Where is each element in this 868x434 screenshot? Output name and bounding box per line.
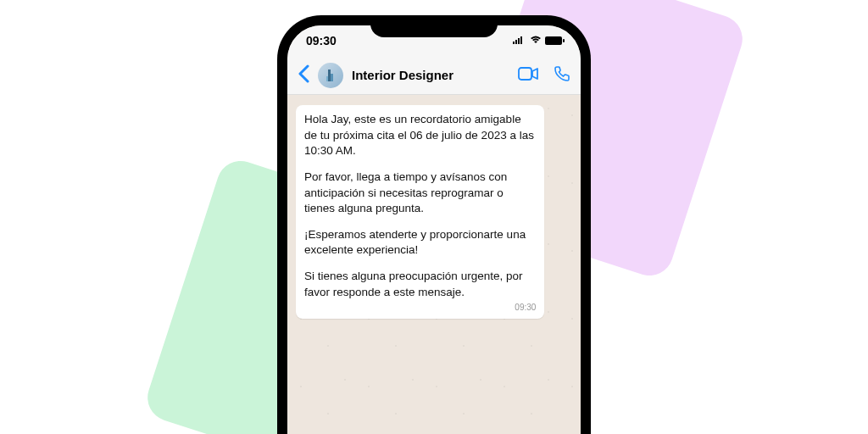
incoming-message-bubble[interactable]: Hola Jay, este es un recordatorio amigab… xyxy=(296,105,544,319)
svg-rect-1 xyxy=(515,40,517,44)
voice-call-icon[interactable] xyxy=(554,65,570,86)
message-paragraph: Por favor, llega a tiempo y avísanos con… xyxy=(304,170,536,217)
svg-rect-2 xyxy=(518,38,520,44)
phone-notch xyxy=(370,15,498,37)
svg-rect-6 xyxy=(326,76,328,81)
signal-icon xyxy=(513,35,526,47)
svg-rect-0 xyxy=(513,42,515,44)
video-call-icon[interactable] xyxy=(518,67,538,84)
message-paragraph: Hola Jay, este es un recordatorio amigab… xyxy=(304,112,536,159)
svg-rect-3 xyxy=(520,36,522,44)
chat-header: Interior Designer xyxy=(287,56,581,95)
back-icon[interactable] xyxy=(298,64,309,86)
wifi-icon xyxy=(530,35,542,47)
statusbar-icons xyxy=(513,35,562,47)
svg-rect-4 xyxy=(328,70,331,81)
header-actions xyxy=(518,65,570,86)
statusbar-time: 09:30 xyxy=(306,34,337,47)
battery-icon xyxy=(545,36,562,45)
phone-screen: 09:30 Interior Designer xyxy=(287,25,581,434)
message-time: 09:30 xyxy=(304,302,536,314)
phone-frame: 09:30 Interior Designer xyxy=(277,15,591,434)
chat-area[interactable]: Hola Jay, este es un recordatorio amigab… xyxy=(287,95,581,434)
svg-rect-5 xyxy=(331,74,333,81)
message-paragraph: Si tienes alguna preocupación urgente, p… xyxy=(304,269,536,300)
svg-rect-7 xyxy=(519,68,531,80)
avatar[interactable] xyxy=(318,63,343,88)
contact-name[interactable]: Interior Designer xyxy=(352,68,509,82)
message-paragraph: ¡Esperamos atenderte y proporcionarte un… xyxy=(304,227,536,259)
